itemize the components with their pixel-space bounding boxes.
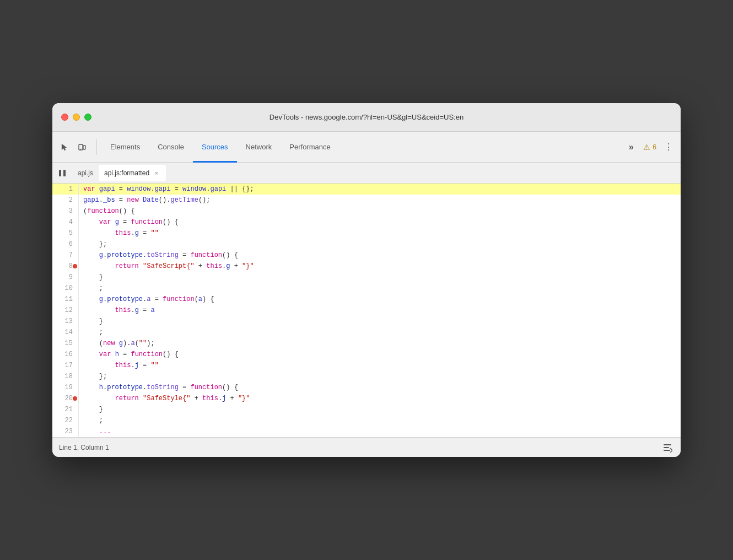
- devtools-window: DevTools - news.google.com/?hl=en-US&gl=…: [52, 103, 681, 457]
- tab-elements[interactable]: Elements: [101, 132, 149, 163]
- devtools-content: Elements Console Sources Network Perform…: [52, 132, 681, 457]
- warning-badge[interactable]: ⚠ 6: [643, 143, 656, 152]
- close-button[interactable]: [61, 114, 68, 121]
- traffic-lights: [61, 114, 91, 121]
- table-row: 14 ;: [52, 327, 681, 338]
- table-row: 7 g.prototype.toString = function() {: [52, 250, 681, 261]
- cursor-icon: [60, 143, 69, 152]
- file-tab-api-js-formatted[interactable]: api.js:formatted ×: [99, 165, 166, 181]
- toolbar: Elements Console Sources Network Perform…: [52, 132, 681, 163]
- device-icon-btn[interactable]: [74, 139, 90, 155]
- svg-rect-1: [83, 146, 85, 149]
- minimize-button[interactable]: [73, 114, 80, 121]
- toolbar-icons: [57, 139, 97, 155]
- table-row: 13 }: [52, 316, 681, 327]
- code-editor[interactable]: 1 var gapi = window.gapi = window.gapi |…: [52, 184, 681, 437]
- code-content: 1 var gapi = window.gapi = window.gapi |…: [52, 184, 681, 437]
- cursor-position: Line 1, Column 1: [59, 444, 109, 451]
- status-bar: Line 1, Column 1: [52, 437, 681, 457]
- tab-network[interactable]: Network: [237, 132, 281, 163]
- device-icon: [78, 143, 87, 152]
- table-row: 17 this.j = "": [52, 360, 681, 371]
- table-row: 15 (new g).a("");: [52, 338, 681, 349]
- title-bar: DevTools - news.google.com/?hl=en-US&gl=…: [52, 103, 681, 132]
- tab-performance[interactable]: Performance: [281, 132, 339, 163]
- format-button[interactable]: [661, 441, 674, 454]
- code-lines: 1 var gapi = window.gapi = window.gapi |…: [52, 184, 681, 437]
- cursor-icon-btn[interactable]: [57, 139, 72, 155]
- table-row: 11 g.prototype.a = function(a) {: [52, 294, 681, 305]
- table-row: 2 gapi._bs = new Date().getTime();: [52, 195, 681, 206]
- table-row: 12 this.g = a: [52, 305, 681, 316]
- warning-icon: ⚠: [643, 143, 650, 152]
- table-row: 3 (function() {: [52, 206, 681, 217]
- svg-point-2: [80, 148, 82, 149]
- settings-button[interactable]: ⋮: [661, 139, 676, 155]
- table-row: 22 ;: [52, 415, 681, 426]
- svg-rect-7: [664, 450, 670, 451]
- more-tabs-button[interactable]: »: [623, 139, 639, 155]
- format-icon: [662, 443, 672, 453]
- play-icon: [58, 169, 66, 177]
- table-row: 19 h.prototype.toString = function() {: [52, 382, 681, 393]
- table-row: 4 var g = function() {: [52, 217, 681, 228]
- table-row: 20 return "SafeStyle{" + this.j + "}": [52, 393, 681, 404]
- table-row: 21 }: [52, 404, 681, 415]
- table-row: 6 };: [52, 239, 681, 250]
- maximize-button[interactable]: [84, 114, 91, 121]
- table-row: 16 var h = function() {: [52, 349, 681, 360]
- table-row: 9 }: [52, 272, 681, 283]
- tab-console[interactable]: Console: [149, 132, 193, 163]
- svg-rect-4: [63, 170, 66, 176]
- svg-rect-5: [664, 444, 671, 445]
- svg-rect-3: [59, 170, 61, 176]
- tab-sources[interactable]: Sources: [193, 132, 237, 163]
- table-row: 1 var gapi = window.gapi = window.gapi |…: [52, 184, 681, 195]
- window-title: DevTools - news.google.com/?hl=en-US&gl=…: [270, 113, 463, 121]
- table-row: 8 return "SafeScript{" + this.g + "}": [52, 261, 681, 272]
- play-button[interactable]: [55, 165, 70, 181]
- table-row: 18 };: [52, 371, 681, 382]
- toolbar-right: » ⚠ 6 ⋮: [619, 139, 676, 155]
- svg-rect-6: [664, 447, 669, 448]
- close-tab-icon[interactable]: ×: [153, 169, 160, 177]
- file-tab-api-js[interactable]: api.js: [72, 165, 99, 181]
- file-tabs-bar: api.js api.js:formatted ×: [52, 163, 681, 184]
- table-row: 5 this.g = "": [52, 228, 681, 239]
- table-row: 10 ;: [52, 283, 681, 294]
- table-row: 23 ...: [52, 426, 681, 437]
- nav-tabs: Elements Console Sources Network Perform…: [101, 132, 619, 163]
